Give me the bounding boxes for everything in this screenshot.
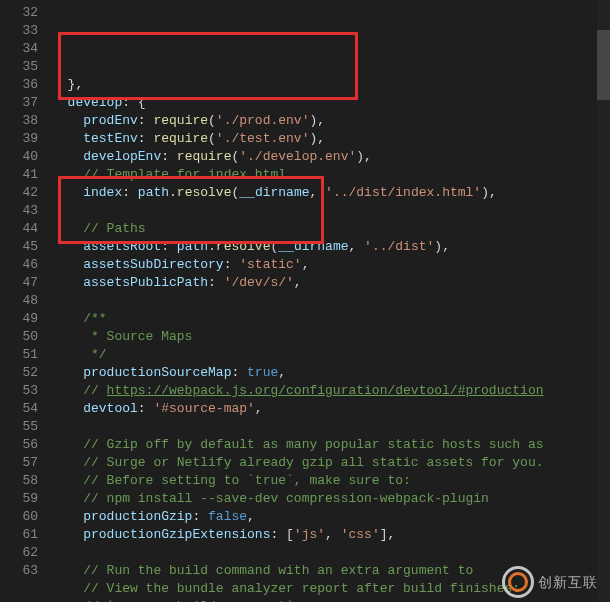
- code-line[interactable]: [52, 292, 610, 310]
- token-comm: // Gzip off by default as many popular s…: [52, 437, 543, 452]
- line-number: 39: [0, 130, 38, 148]
- token-punc: :: [138, 401, 154, 416]
- token-kw: false: [208, 509, 247, 524]
- token-str: './prod.env': [216, 113, 310, 128]
- code-area[interactable]: }, develop: { prodEnv: require('./prod.e…: [52, 0, 610, 602]
- watermark: 创新互联: [504, 568, 598, 596]
- line-number: 46: [0, 256, 38, 274]
- code-line[interactable]: develop: {: [52, 94, 610, 112]
- token-prop: testEnv: [52, 131, 138, 146]
- line-number: 45: [0, 238, 38, 256]
- line-number: 38: [0, 112, 38, 130]
- line-number: 37: [0, 94, 38, 112]
- line-number: 43: [0, 202, 38, 220]
- line-number: 59: [0, 490, 38, 508]
- token-var: path: [177, 239, 208, 254]
- code-line[interactable]: */: [52, 346, 610, 364]
- token-punc: ,: [325, 527, 341, 542]
- line-number: 33: [0, 22, 38, 40]
- token-prop: productionSourceMap: [52, 365, 231, 380]
- line-number: 36: [0, 76, 38, 94]
- code-line[interactable]: },: [52, 76, 610, 94]
- token-prop: productionGzip: [52, 509, 192, 524]
- token-link: https://webpack.js.org/configuration/dev…: [107, 383, 544, 398]
- code-line[interactable]: // `npm run build --report`: [52, 598, 610, 602]
- code-line[interactable]: * Source Maps: [52, 328, 610, 346]
- scrollbar-thumb[interactable]: [597, 30, 610, 100]
- token-str: 'js': [294, 527, 325, 542]
- code-line[interactable]: developEnv: require('./develop.env'),: [52, 148, 610, 166]
- token-punc: ),: [481, 185, 497, 200]
- code-line[interactable]: testEnv: require('./test.env'),: [52, 130, 610, 148]
- code-line[interactable]: // Before setting to `true`, make sure t…: [52, 472, 610, 490]
- line-number: 62: [0, 544, 38, 562]
- line-number: 50: [0, 328, 38, 346]
- line-number: 52: [0, 364, 38, 382]
- token-comm: */: [52, 347, 107, 362]
- code-line[interactable]: // npm install --save-dev compression-we…: [52, 490, 610, 508]
- line-number-gutter: 3233343536373839404142434445464748495051…: [0, 0, 52, 602]
- token-comm: // Before setting to `true`, make sure t…: [52, 473, 411, 488]
- token-prop: assetsSubDirectory: [52, 257, 224, 272]
- token-punc: :: [161, 239, 177, 254]
- token-func: resolve: [177, 185, 232, 200]
- token-prop: assetsPublicPath: [52, 275, 208, 290]
- code-line[interactable]: assetsRoot: path.resolve(__dirname, '../…: [52, 238, 610, 256]
- code-line[interactable]: productionGzipExtensions: ['js', 'css'],: [52, 526, 610, 544]
- code-line[interactable]: // Gzip off by default as many popular s…: [52, 436, 610, 454]
- token-func: resolve: [216, 239, 271, 254]
- code-line[interactable]: assetsSubDirectory: 'static',: [52, 256, 610, 274]
- token-punc: ,: [255, 401, 263, 416]
- token-punc: .: [208, 239, 216, 254]
- code-line[interactable]: // https://webpack.js.org/configuration/…: [52, 382, 610, 400]
- line-number: 40: [0, 148, 38, 166]
- token-punc: :: [161, 149, 177, 164]
- line-number: 34: [0, 40, 38, 58]
- token-prop: productionGzipExtensions: [52, 527, 270, 542]
- line-number: 44: [0, 220, 38, 238]
- code-line[interactable]: [52, 544, 610, 562]
- line-number: 49: [0, 310, 38, 328]
- vertical-scrollbar[interactable]: [597, 0, 610, 602]
- token-comm: // View the bundle analyzer report after…: [52, 581, 520, 596]
- token-punc: : [: [270, 527, 293, 542]
- token-prop: develop: [52, 95, 122, 110]
- token-punc: (: [208, 131, 216, 146]
- code-line[interactable]: productionSourceMap: true,: [52, 364, 610, 382]
- code-line[interactable]: devtool: '#source-map',: [52, 400, 610, 418]
- token-punc: ,: [294, 275, 302, 290]
- code-editor[interactable]: 3233343536373839404142434445464748495051…: [0, 0, 610, 602]
- token-comm: // Surge or Netlify already gzip all sta…: [52, 455, 543, 470]
- code-line[interactable]: // Template for index.html: [52, 166, 610, 184]
- code-line[interactable]: // Surge or Netlify already gzip all sta…: [52, 454, 610, 472]
- token-prop: devtool: [52, 401, 138, 416]
- code-line[interactable]: // Paths: [52, 220, 610, 238]
- code-line[interactable]: prodEnv: require('./prod.env'),: [52, 112, 610, 130]
- code-line[interactable]: index: path.resolve(__dirname, '../dist/…: [52, 184, 610, 202]
- line-number: 56: [0, 436, 38, 454]
- token-func: require: [153, 113, 208, 128]
- line-number: 48: [0, 292, 38, 310]
- line-number: 55: [0, 418, 38, 436]
- code-line[interactable]: productionGzip: false,: [52, 508, 610, 526]
- line-number: 58: [0, 472, 38, 490]
- token-str: '../dist/index.html': [325, 185, 481, 200]
- code-line[interactable]: [52, 202, 610, 220]
- token-punc: ,: [349, 239, 365, 254]
- code-line[interactable]: assetsPublicPath: '/dev/s/',: [52, 274, 610, 292]
- token-str: '/dev/s/': [224, 275, 294, 290]
- token-punc: },: [52, 77, 83, 92]
- token-kw: true: [247, 365, 278, 380]
- line-number: 60: [0, 508, 38, 526]
- token-comm: /**: [52, 311, 107, 326]
- token-str: 'css': [341, 527, 380, 542]
- code-line[interactable]: /**: [52, 310, 610, 328]
- token-str: './develop.env': [239, 149, 356, 164]
- token-punc: :: [224, 257, 240, 272]
- token-func: require: [177, 149, 232, 164]
- token-comm: // Template for index.html: [52, 167, 286, 182]
- token-punc: .: [169, 185, 177, 200]
- code-line[interactable]: [52, 418, 610, 436]
- watermark-text: 创新互联: [538, 573, 598, 591]
- token-comm: //: [52, 383, 107, 398]
